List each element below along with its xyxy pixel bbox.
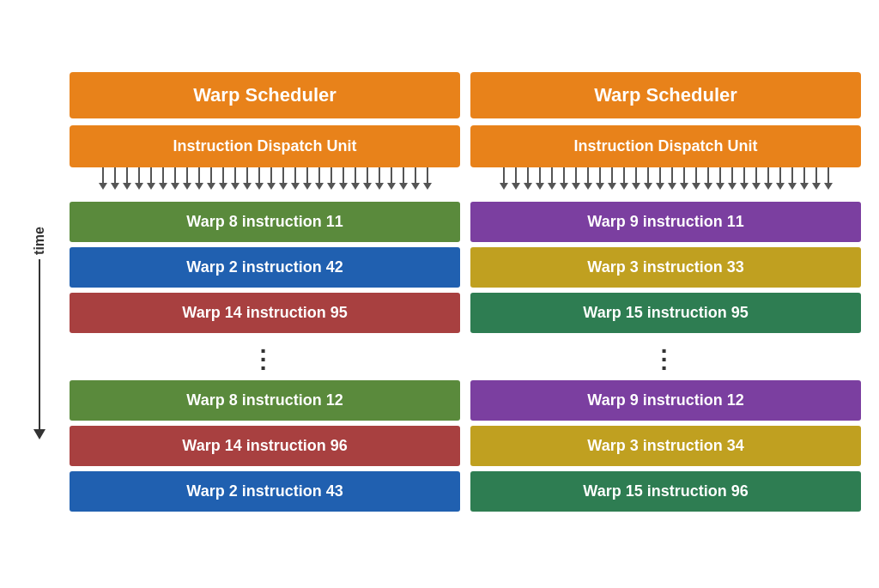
comb-arrow bbox=[205, 167, 217, 190]
comb-arrow bbox=[421, 167, 433, 190]
comb-arrow bbox=[193, 167, 205, 190]
right-column: Warp Scheduler Instruction Dispatch Unit… bbox=[470, 72, 861, 517]
comb-arrow bbox=[690, 167, 702, 190]
right-row-b2: Warp 15 instruction 96 bbox=[470, 471, 861, 512]
comb-arrow bbox=[822, 167, 834, 190]
main-content: Warp Scheduler Instruction Dispatch Unit… bbox=[70, 72, 861, 517]
left-arrow-comb bbox=[70, 167, 460, 198]
comb-arrow bbox=[325, 167, 337, 190]
comb-arrow bbox=[229, 167, 241, 190]
comb-arrow bbox=[546, 167, 558, 190]
comb-arrow bbox=[409, 167, 421, 190]
comb-arrow bbox=[642, 167, 654, 190]
comb-arrow bbox=[702, 167, 714, 190]
comb-arrow bbox=[534, 167, 546, 190]
comb-arrow bbox=[145, 167, 157, 190]
comb-arrow bbox=[301, 167, 313, 190]
right-dispatch-unit: Instruction Dispatch Unit bbox=[470, 125, 861, 167]
comb-arrow bbox=[786, 167, 798, 190]
comb-arrow bbox=[558, 167, 570, 190]
left-dispatch-unit: Instruction Dispatch Unit bbox=[70, 125, 460, 167]
left-column: Warp Scheduler Instruction Dispatch Unit… bbox=[70, 72, 460, 517]
right-row-1: Warp 3 instruction 33 bbox=[470, 247, 861, 288]
right-row-b0: Warp 9 instruction 12 bbox=[470, 380, 861, 421]
left-row-2: Warp 14 instruction 95 bbox=[70, 293, 460, 333]
comb-arrow bbox=[726, 167, 738, 190]
comb-arrow bbox=[313, 167, 325, 190]
comb-arrow bbox=[265, 167, 277, 190]
right-dots: ⋮ bbox=[470, 338, 861, 380]
left-row-1: Warp 2 instruction 42 bbox=[70, 247, 460, 288]
comb-arrow bbox=[97, 167, 109, 190]
right-row-b1: Warp 3 instruction 34 bbox=[470, 426, 861, 466]
left-row-b1: Warp 14 instruction 96 bbox=[70, 426, 460, 466]
comb-arrow bbox=[678, 167, 690, 190]
comb-arrow bbox=[385, 167, 397, 190]
right-row-2: Warp 15 instruction 95 bbox=[470, 293, 861, 333]
right-row-0: Warp 9 instruction 11 bbox=[470, 202, 861, 242]
right-warp-scheduler: Warp Scheduler bbox=[470, 72, 861, 118]
comb-arrow bbox=[241, 167, 253, 190]
left-row-b0: Warp 8 instruction 12 bbox=[70, 380, 460, 421]
comb-arrow bbox=[666, 167, 678, 190]
comb-arrow bbox=[774, 167, 786, 190]
comb-arrow bbox=[798, 167, 810, 190]
comb-arrow bbox=[810, 167, 822, 190]
comb-arrow bbox=[217, 167, 229, 190]
comb-arrow bbox=[277, 167, 289, 190]
comb-arrow bbox=[714, 167, 726, 190]
time-arrow-line bbox=[39, 259, 40, 431]
comb-arrow bbox=[397, 167, 409, 190]
comb-arrow bbox=[361, 167, 373, 190]
comb-arrow bbox=[606, 167, 618, 190]
left-row-b2: Warp 2 instruction 43 bbox=[70, 471, 460, 512]
comb-arrow bbox=[121, 167, 133, 190]
comb-arrow bbox=[373, 167, 385, 190]
time-axis: time bbox=[18, 72, 61, 432]
comb-arrow bbox=[594, 167, 606, 190]
time-label: time bbox=[32, 227, 47, 255]
comb-arrow bbox=[133, 167, 145, 190]
diagram-wrapper: time Warp Scheduler Instruction Dispatch… bbox=[18, 72, 861, 517]
comb-arrow bbox=[738, 167, 750, 190]
comb-arrow bbox=[510, 167, 522, 190]
comb-arrow bbox=[181, 167, 193, 190]
comb-arrow bbox=[582, 167, 594, 190]
comb-arrow bbox=[157, 167, 169, 190]
comb-arrow bbox=[169, 167, 181, 190]
comb-arrow bbox=[654, 167, 666, 190]
comb-arrow bbox=[349, 167, 361, 190]
left-warp-scheduler: Warp Scheduler bbox=[70, 72, 460, 118]
comb-arrow bbox=[630, 167, 642, 190]
comb-arrow bbox=[109, 167, 121, 190]
comb-arrow bbox=[762, 167, 774, 190]
comb-arrow bbox=[570, 167, 582, 190]
comb-arrow bbox=[337, 167, 349, 190]
comb-arrow bbox=[253, 167, 265, 190]
comb-arrow bbox=[522, 167, 534, 190]
comb-arrow bbox=[289, 167, 301, 190]
left-dots: ⋮ bbox=[70, 338, 460, 380]
comb-arrow bbox=[618, 167, 630, 190]
left-row-0: Warp 8 instruction 11 bbox=[70, 202, 460, 242]
comb-arrow bbox=[750, 167, 762, 190]
right-arrow-comb bbox=[470, 167, 861, 198]
comb-arrow bbox=[498, 167, 510, 190]
